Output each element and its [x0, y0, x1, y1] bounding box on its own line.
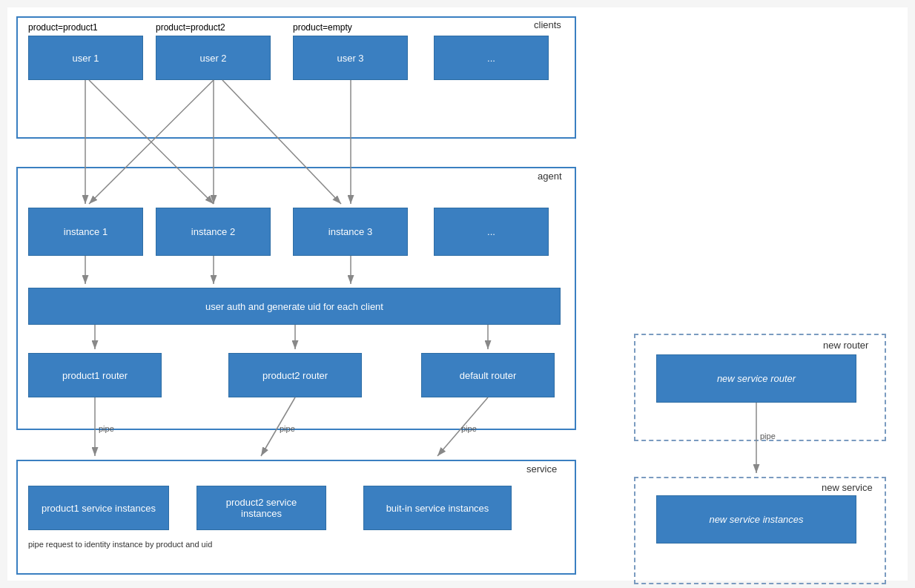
new-service-router-box: new service router	[656, 354, 856, 403]
agent-label: agent	[538, 171, 562, 182]
user1-box: user 1	[28, 36, 143, 80]
product1-service-box: product1 service instances	[28, 486, 169, 530]
default-router-box: default router	[421, 353, 555, 397]
new-service-instances-box: new service instances	[656, 495, 856, 544]
instance3-box: instance 3	[293, 208, 408, 256]
instance-ellipsis-box: ...	[434, 208, 549, 256]
auth-bar: user auth and generate uid for each clie…	[28, 288, 561, 325]
clients-label: clients	[534, 19, 561, 30]
new-service-label: new service	[822, 482, 873, 493]
user-ellipsis-box: ...	[434, 36, 549, 80]
product1-label: product=product1	[28, 22, 98, 33]
pipe-note: pipe request to identity instance by pro…	[28, 540, 212, 549]
product2-service-box: product2 service instances	[196, 486, 326, 530]
user3-box: user 3	[293, 36, 408, 80]
product1-router-box: product1 router	[28, 353, 162, 397]
user2-box: user 2	[156, 36, 271, 80]
instance1-box: instance 1	[28, 208, 143, 256]
product-empty-label: product=empty	[293, 22, 352, 33]
product2-router-box: product2 router	[228, 353, 362, 397]
new-router-label: new router	[823, 340, 868, 351]
product2-label: product=product2	[156, 22, 225, 33]
instance2-box: instance 2	[156, 208, 271, 256]
service-label: service	[526, 463, 557, 475]
builtin-service-box: buit-in service instances	[363, 486, 512, 530]
